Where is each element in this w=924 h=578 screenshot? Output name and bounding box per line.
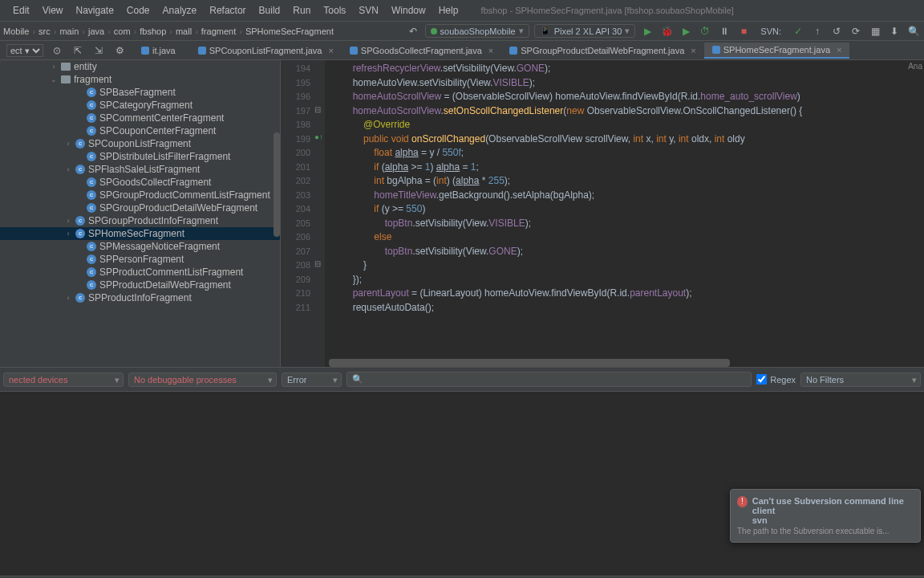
tree-item[interactable]: ›cSPGroupProductInfoFragment [0,214,280,227]
code-line[interactable]: if (alpha >= 1) alpha = 1; [325,161,924,175]
tree-item[interactable]: ›cSPHomeSecFragment [0,227,280,240]
override-icon[interactable]: ●↑ [314,132,323,141]
code-line[interactable]: @Override [325,118,924,132]
code-line[interactable]: requsetAutoData(); [325,301,924,315]
gear-icon[interactable]: ⚙ [112,43,127,58]
tree-item[interactable]: ›cSPCouponListFragment [0,137,280,150]
editor-tab[interactable]: SPGroupProductDetailWebFragment.java× [501,43,703,59]
tree-folder-entity[interactable]: › entity [0,60,280,73]
code-line[interactable]: if (y >= 550) [325,202,924,217]
code-editor[interactable]: 1941951961971981992002012022032042052062… [281,60,924,367]
process-dropdown[interactable]: No debuggable processes [128,372,277,387]
tree-item[interactable]: ›cSPFlashSaleListFragment [0,163,280,176]
tree-item[interactable]: ›cSPProductInfoFragment [0,291,280,304]
tree-item[interactable]: cSPCouponCenterFragment [0,124,280,137]
menu-edit[interactable]: Edit [6,5,36,16]
run-config-selector[interactable]: soubaoShopMobile ▾ [425,24,529,38]
code-line[interactable]: else [325,230,924,245]
tree-item[interactable]: cSPGroupProductDetailWebFragment [0,201,280,214]
breadcrumb-segment[interactable]: main [59,26,79,36]
sdk-icon[interactable]: ⬇ [887,24,902,39]
editor-tab-truncated[interactable]: it.java [133,43,184,58]
menu-svn[interactable]: SVN [352,5,385,16]
tree-scrollbar[interactable] [274,132,280,237]
fold-icon[interactable]: ⊟ [314,259,321,268]
inspection-label[interactable]: Ana [908,62,922,71]
breadcrumb-segment[interactable]: java [88,26,104,36]
editor-tab[interactable]: SPCouponListFragment.java× [190,43,342,59]
menu-help[interactable]: Help [432,5,465,16]
code-line[interactable]: homeAutoScrollView = (ObservableScrollVi… [325,90,924,104]
menu-build[interactable]: Build [253,5,287,16]
breadcrumb-segment[interactable]: mall [176,26,192,36]
menu-run[interactable]: Run [286,5,317,16]
debug-icon[interactable]: 🐞 [659,24,674,39]
tree-item[interactable]: cSPMessageNoticeFragment [0,240,280,253]
tree-item[interactable]: cSPCategoryFragment [0,99,280,112]
device-selector[interactable]: 📱 Pixel 2 XL API 30 ▾ [534,24,636,38]
logcat-search[interactable]: 🔍 [346,372,752,387]
code-line[interactable]: }); [325,273,924,287]
close-icon[interactable]: × [488,46,493,55]
close-icon[interactable]: × [328,46,333,55]
fold-icon[interactable]: ⊟ [314,105,321,114]
code-line[interactable]: int bgAlpha = (int) (alpha * 255); [325,174,924,189]
tree-item[interactable]: cSPDistributeListFilterFragment [0,150,280,163]
code-line[interactable]: homeTitleView.getBackground().setAlpha(b… [325,189,924,203]
code-line[interactable]: topBtn.setVisibility(View.VISIBLE); [325,217,924,231]
expand-icon[interactable]: ⇱ [71,43,85,58]
sync-icon[interactable]: ⟳ [849,24,863,39]
coverage-icon[interactable]: ▶ [679,24,693,39]
collapse-icon[interactable]: ⇲ [91,43,106,58]
editor-tab[interactable]: SPGoodsCollectFragment.java× [342,43,501,59]
menu-navigate[interactable]: Navigate [69,5,120,16]
tree-item[interactable]: cSPPersonFragment [0,253,280,266]
locate-icon[interactable]: ⊙ [50,43,64,58]
device-dropdown[interactable]: nected devices [3,372,124,387]
code-line[interactable]: public void onScrollChanged(ObservableSc… [325,132,924,147]
menu-window[interactable]: Window [385,5,432,16]
run-icon[interactable]: ▶ [640,24,654,39]
project-tree[interactable]: › entity ⌄ fragment cSPBaseFragmentcSPCa… [0,60,281,367]
code-line[interactable]: refreshRecyclerView.setVisibility(View.G… [325,62,924,76]
editor-tab[interactable]: SPHomeSecFragment.java× [704,43,850,59]
code-line[interactable]: } [325,258,924,273]
code-line[interactable]: float alpha = y / 550f; [325,146,924,161]
tree-item[interactable]: cSPCommentCenterFragment [0,112,280,124]
breadcrumb-segment[interactable]: src [38,26,51,36]
breadcrumb-segment[interactable]: fbshop [140,26,166,36]
stop-icon[interactable]: ■ [736,24,751,39]
menu-code[interactable]: Code [120,5,156,16]
tree-item[interactable]: cSPBaseFragment [0,86,280,99]
menu-view[interactable]: View [36,5,70,16]
breadcrumb-segment[interactable]: com [114,26,131,36]
filter-dropdown[interactable]: No Filters [800,372,921,387]
breadcrumb-segment[interactable]: SPHomeSecFragment [245,26,334,36]
regex-checkbox[interactable]: Regex [756,374,796,385]
tree-item[interactable]: cSPProductCommentListFragment [0,266,280,279]
editor-h-scrollbar[interactable] [329,359,730,367]
breadcrumb-segment[interactable]: Mobile [3,26,29,36]
profile-icon[interactable]: ⏱ [698,24,712,39]
notification-popup[interactable]: ! Can't use Subversion command line clie… [730,489,921,543]
back-icon[interactable]: ↶ [406,24,420,39]
search-icon[interactable]: 🔍 [906,24,921,39]
breadcrumb[interactable]: Mobile›src›main›java›com›fbshop›mall›fra… [3,26,334,36]
tree-folder-fragment[interactable]: ⌄ fragment [0,73,280,86]
tree-item[interactable]: cSPGroupProductCommentListFragment [0,189,280,201]
code-line[interactable]: homeAutoView.setVisibility(View.VISIBLE)… [325,76,924,91]
code-line[interactable]: topBtn.setVisibility(View.GONE); [325,245,924,259]
tree-item[interactable]: cSPProductDetailWebFragment [0,279,280,291]
code-area[interactable]: refreshRecyclerView.setVisibility(View.G… [325,60,924,367]
svn-update-icon[interactable]: ✓ [791,24,805,39]
code-line[interactable]: homeAutoScrollView.setOnScollChangedList… [325,104,924,119]
tree-item[interactable]: cSPGoodsCollectFragment [0,176,280,189]
menu-tools[interactable]: Tools [317,5,352,16]
svn-commit-icon[interactable]: ↑ [810,24,825,39]
loglevel-dropdown[interactable]: Error [282,372,342,387]
project-view-selector[interactable]: ect ▾ [6,44,43,57]
menu-analyze[interactable]: Analyze [156,5,204,16]
menu-refactor[interactable]: Refactor [203,5,252,16]
close-icon[interactable]: × [837,45,841,55]
attach-icon[interactable]: ⏸ [717,24,732,39]
